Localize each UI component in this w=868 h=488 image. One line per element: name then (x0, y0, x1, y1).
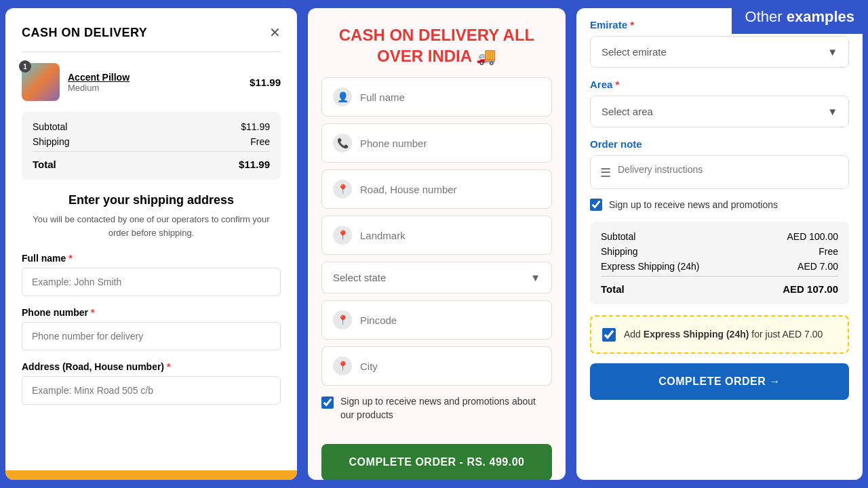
right-subtotal-label: Subtotal (601, 231, 635, 242)
pincode-icon: 📍 (333, 310, 352, 329)
pincode-field: 📍 (321, 300, 552, 340)
middle-landmark-input[interactable] (360, 230, 540, 241)
landmark-field: 📍 (321, 216, 552, 255)
middle-signup-row: Sign up to receive news and promotions a… (321, 392, 552, 424)
product-image-wrap: 1 (22, 63, 60, 101)
landmark-icon: 📍 (333, 226, 352, 245)
area-select[interactable]: Select area ▼ (590, 96, 849, 127)
right-express-value: AED 7.00 (797, 261, 838, 272)
express-shipping-banner: Add Express Shipping (24h) for just AED … (590, 315, 849, 354)
total-label: Total (33, 159, 56, 170)
complete-order-button-right[interactable]: COMPLETE ORDER → (590, 363, 849, 400)
phone-label: Phone number * (22, 307, 281, 318)
right-signup-row: Sign up to receive news and promotions (590, 199, 849, 211)
summary-subtotal-row: Subtotal $11.99 (33, 121, 270, 132)
right-total-row: Total AED 107.00 (601, 276, 838, 295)
delivery-instructions-input[interactable] (618, 164, 839, 175)
phone-field: 📞 (321, 123, 552, 163)
shipping-section-desc: You will be contacted by one of our oper… (22, 213, 281, 239)
subtotal-value: $11.99 (241, 121, 270, 132)
middle-signup-label: Sign up to receive news and promotions a… (340, 395, 552, 422)
subtotal-label: Subtotal (33, 121, 67, 132)
right-shipping-label: Shipping (601, 246, 638, 257)
right-total-value: AED 107.00 (783, 283, 838, 295)
right-signup-label: Sign up to receive news and promotions (609, 199, 778, 210)
badge-other: Other (745, 8, 787, 25)
product-variant: Medium (68, 83, 241, 93)
full-name-label: Full name * (22, 253, 281, 264)
right-subtotal-value: AED 100.00 (787, 231, 839, 242)
state-select[interactable]: Select state ▼ (321, 262, 552, 293)
express-shipping-checkbox[interactable] (602, 328, 616, 342)
phone-icon: 📞 (333, 134, 352, 152)
middle-full-name-input[interactable] (360, 92, 540, 103)
product-row: 1 Accent Pillow Medium $11.99 (22, 63, 281, 101)
order-summary: Subtotal $11.99 Shipping Free Total $11.… (22, 112, 281, 180)
shipping-label: Shipping (33, 136, 70, 147)
complete-order-button-middle[interactable]: COMPLETE ORDER - Rs. 499.00 (321, 444, 552, 480)
express-shipping-label: Add Express Shipping (24h) for just AED … (624, 327, 823, 342)
road-field: 📍 (321, 169, 552, 209)
state-select-label: Select state (333, 272, 386, 283)
full-name-field: 👤 (321, 77, 552, 117)
left-panel-title: CASH ON DELIVERY (22, 26, 147, 40)
left-panel: CASH ON DELIVERY ✕ 1 Accent Pillow Mediu… (5, 8, 297, 480)
middle-header: CASH ON DELIVERY ALL OVER INDIA 🚚 (308, 8, 566, 77)
summary-total-row: Total $11.99 (33, 151, 270, 170)
right-express-row: Express Shipping (24h) AED 7.00 (601, 261, 838, 272)
product-quantity-badge: 1 (19, 60, 31, 73)
right-shipping-row: Shipping Free (601, 246, 838, 257)
right-order-summary: Subtotal AED 100.00 Shipping Free Expres… (590, 222, 849, 304)
location-icon: 📍 (333, 180, 352, 199)
right-signup-checkbox[interactable] (590, 199, 602, 211)
address-input[interactable] (22, 376, 281, 405)
emirate-chevron-icon: ▼ (827, 46, 837, 58)
address-label: Address (Road, House number) * (22, 361, 281, 372)
close-button[interactable]: ✕ (269, 24, 281, 41)
menu-icon: ☰ (600, 165, 611, 180)
right-subtotal-row: Subtotal AED 100.00 (601, 231, 838, 242)
emirate-select[interactable]: Select emirate ▼ (590, 36, 849, 68)
right-shipping-value: Free (818, 246, 838, 257)
order-note-label: Order note (590, 138, 849, 150)
middle-signup-checkbox[interactable] (321, 396, 334, 409)
city-field: 📍 (321, 346, 552, 386)
middle-form: 👤 📞 📍 📍 Select state ▼ 📍 📍 (308, 77, 566, 438)
complete-order-label: COMPLETE ORDER → (658, 375, 781, 388)
product-info: Accent Pillow Medium (68, 72, 241, 93)
summary-shipping-row: Shipping Free (33, 136, 270, 147)
middle-panel: CASH ON DELIVERY ALL OVER INDIA 🚚 👤 📞 📍 … (308, 8, 566, 480)
other-examples-badge: Other examples (732, 0, 868, 34)
right-express-label: Express Shipping (24h) (601, 261, 700, 272)
middle-road-input[interactable] (360, 184, 540, 195)
area-chevron-icon: ▼ (827, 106, 837, 117)
phone-input[interactable] (22, 322, 281, 350)
delivery-instructions-field: ☰ (590, 155, 849, 189)
left-panel-header: CASH ON DELIVERY ✕ (22, 24, 281, 41)
middle-phone-input[interactable] (360, 138, 540, 149)
area-label: Area * (590, 79, 849, 90)
orange-decoration (5, 470, 297, 480)
product-name: Accent Pillow (68, 72, 241, 83)
shipping-section-title: Enter your shipping address (22, 193, 281, 207)
right-total-label: Total (601, 283, 625, 295)
middle-title: CASH ON DELIVERY ALL OVER INDIA 🚚 (324, 24, 549, 66)
chevron-down-icon: ▼ (530, 272, 540, 283)
full-name-input[interactable] (22, 268, 281, 296)
emirate-select-value: Select emirate (601, 46, 667, 58)
middle-pincode-input[interactable] (360, 314, 540, 326)
middle-city-input[interactable] (360, 361, 540, 372)
badge-examples: examples (787, 8, 854, 25)
right-panel: Emirate * Select emirate ▼ Area * Select… (576, 8, 863, 480)
area-select-value: Select area (601, 106, 653, 117)
city-icon: 📍 (333, 357, 352, 375)
total-value: $11.99 (239, 159, 270, 170)
person-icon: 👤 (333, 87, 352, 106)
shipping-value: Free (250, 136, 270, 147)
product-price: $11.99 (250, 77, 281, 88)
